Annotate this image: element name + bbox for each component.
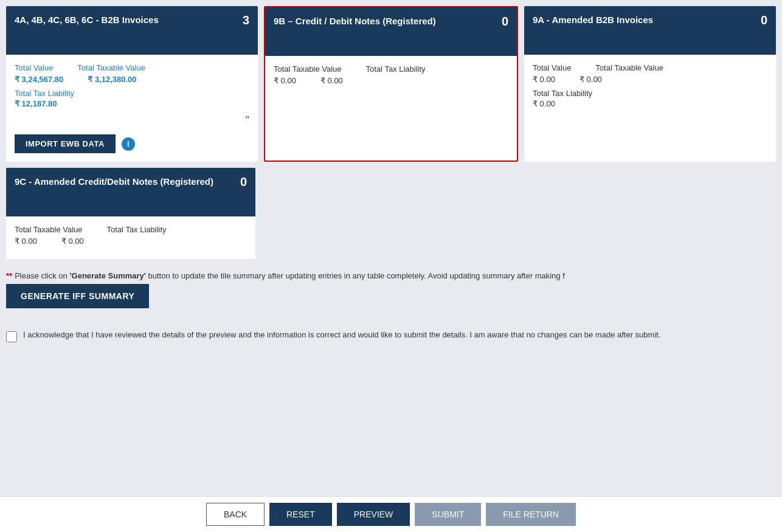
tile-9a-count: 0: [761, 13, 767, 27]
tile-9c: 9C - Amended Credit/Debit Notes (Registe…: [6, 168, 255, 259]
import-ewb-button[interactable]: IMPORT EWB DATA: [15, 134, 116, 153]
tile-9a: 9A - Amended B2B Invoices 0 Total Value …: [524, 6, 776, 162]
9a-tax-label: Total Tax Liability: [533, 89, 767, 98]
b2b-tax-label: Total Tax Liability: [15, 89, 249, 98]
tile-cdn-body: Total Taxable Value Total Tax Liability …: [265, 56, 517, 98]
tile-9a-header: 9A - Amended B2B Invoices 0: [524, 6, 776, 55]
notice-text: Please click on 'Generate Summary' butto…: [15, 271, 565, 280]
tile-9c-body: Total Taxable Value Total Tax Liability …: [6, 216, 255, 259]
9c-total-tax-label: Total Tax Liability: [107, 225, 167, 234]
9c-total-taxable-label: Total Taxable Value: [15, 225, 83, 234]
tile-b2b-body: Total Value Total Taxable Value ₹ 3,24,5…: [6, 55, 258, 162]
b2b-quotes: ": [15, 114, 249, 127]
notice-stars: **: [6, 271, 12, 280]
tile-cdn-title: 9B – Credit / Debit Notes (Registered): [274, 15, 436, 27]
9a-total-value: ₹ 0.00: [533, 75, 555, 84]
tile-9c-title: 9C - Amended Credit/Debit Notes (Registe…: [15, 175, 213, 188]
b2b-tax-value: ₹ 12,187.80: [15, 99, 249, 108]
tiles-row-2: 9C - Amended Credit/Debit Notes (Registe…: [6, 168, 776, 259]
tile-9c-count: 0: [240, 175, 247, 189]
tile-b2b-title: 4A, 4B, 4C, 6B, 6C - B2B Invoices: [15, 13, 159, 26]
tiles-row-1: 4A, 4B, 4C, 6B, 6C - B2B Invoices 3 Tota…: [6, 6, 776, 162]
tile-cdn-count: 0: [502, 15, 508, 29]
b2b-import-row: IMPORT EWB DATA i: [15, 132, 249, 153]
notice-text2: button to update the tile summary after …: [146, 271, 565, 280]
tile-b2b-header: 4A, 4B, 4C, 6B, 6C - B2B Invoices 3: [6, 6, 258, 55]
notice-bold: 'Generate Summary': [69, 271, 145, 280]
9a-total-taxable-label: Total Taxable Value: [595, 63, 663, 72]
info-icon[interactable]: i: [122, 137, 135, 151]
b2b-total-taxable: ₹ 3,12,380.00: [88, 75, 136, 84]
9c-total-taxable-value: ₹ 0.00: [15, 237, 37, 246]
tile-cdn-header: 9B – Credit / Debit Notes (Registered) 0: [265, 7, 517, 56]
9a-total-taxable: ₹ 0.00: [580, 75, 602, 84]
9a-total-value-label: Total Value: [533, 63, 571, 72]
acknowledge-checkbox[interactable]: [6, 331, 17, 342]
9c-total-tax-value: ₹ 0.00: [61, 237, 84, 246]
tile-9a-body: Total Value Total Taxable Value ₹ 0.00 ₹…: [524, 55, 776, 117]
tile-cdn: 9B – Credit / Debit Notes (Registered) 0…: [264, 6, 518, 162]
cdn-total-taxable-label: Total Taxable Value: [274, 64, 342, 74]
generate-iff-summary-button[interactable]: GENERATE IFF SUMMARY: [6, 284, 149, 308]
tile-b2b: 4A, 4B, 4C, 6B, 6C - B2B Invoices 3 Tota…: [6, 6, 258, 162]
tile-b2b-count: 3: [243, 13, 249, 27]
b2b-total-taxable-label: Total Taxable Value: [77, 63, 145, 72]
b2b-total-value-label: Total Value: [15, 63, 53, 72]
notice-row: ** Please click on 'Generate Summary' bu…: [6, 265, 776, 284]
9a-tax-value: ₹ 0.00: [533, 99, 767, 108]
tile-9a-title: 9A - Amended B2B Invoices: [533, 13, 653, 26]
b2b-total-value: ₹ 3,24,567.80: [15, 75, 63, 84]
cdn-total-tax-label: Total Tax Liability: [366, 64, 426, 74]
cdn-total-tax-value: ₹ 0.00: [320, 76, 343, 85]
acknowledge-row: I acknowledge that I have reviewed the d…: [6, 324, 776, 352]
cdn-total-taxable-value: ₹ 0.00: [274, 76, 296, 85]
acknowledge-text: I acknowledge that I have reviewed the d…: [23, 330, 661, 339]
tile-9c-header: 9C - Amended Credit/Debit Notes (Registe…: [6, 168, 255, 216]
